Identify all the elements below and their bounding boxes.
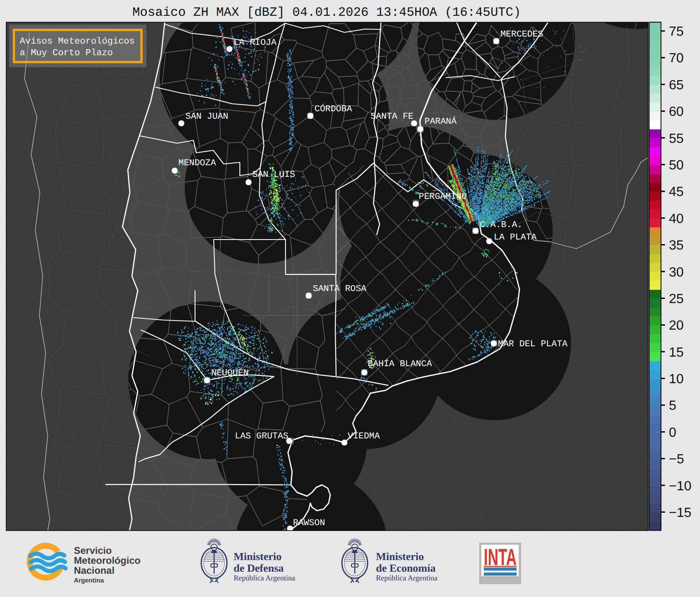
svg-text:MAR DEL PLATA: MAR DEL PLATA	[498, 339, 568, 349]
svg-text:de Economía: de Economía	[376, 562, 436, 574]
svg-text:NEUQUÉN: NEUQUÉN	[211, 368, 249, 378]
svg-text:SAN LUIS: SAN LUIS	[252, 170, 295, 180]
svg-text:55: 55	[669, 131, 684, 146]
svg-text:−5: −5	[669, 451, 684, 466]
svg-text:0: 0	[669, 425, 676, 440]
svg-text:VIEDMA: VIEDMA	[348, 431, 380, 441]
svg-text:20: 20	[669, 318, 684, 333]
svg-text:Servicio: Servicio	[74, 545, 112, 556]
svg-text:República Argentina: República Argentina	[376, 574, 437, 582]
svg-text:25: 25	[669, 291, 684, 306]
svg-text:CÓRDOBA: CÓRDOBA	[315, 104, 352, 114]
svg-text:Avisos Meteorológicos: Avisos Meteorológicos	[20, 36, 135, 46]
svg-text:MERCEDES: MERCEDES	[500, 29, 543, 39]
svg-text:RAWSON: RAWSON	[293, 518, 325, 528]
svg-text:−15: −15	[669, 505, 691, 520]
svg-text:30: 30	[669, 264, 684, 279]
svg-text:MENDOZA: MENDOZA	[178, 158, 216, 168]
svg-text:PARANÁ: PARANÁ	[424, 116, 457, 127]
svg-text:35: 35	[669, 237, 684, 252]
svg-text:LA RIOJA: LA RIOJA	[234, 38, 276, 48]
svg-text:−10: −10	[669, 478, 691, 493]
svg-text:15: 15	[669, 345, 684, 360]
svg-text:PERGAMINO: PERGAMINO	[419, 192, 467, 202]
svg-text:Nacional: Nacional	[74, 565, 115, 576]
svg-text:10: 10	[669, 371, 684, 386]
svg-text:Ministerio: Ministerio	[376, 551, 424, 563]
svg-text:Argentina: Argentina	[74, 577, 104, 584]
svg-text:70: 70	[669, 50, 684, 65]
svg-text:BAHÍA BLANCA: BAHÍA BLANCA	[368, 359, 432, 369]
svg-text:60: 60	[669, 104, 684, 119]
svg-text:LA PLATA: LA PLATA	[494, 232, 537, 242]
svg-text:SANTA FE: SANTA FE	[371, 112, 413, 122]
svg-text:a Muy Corto Plazo: a Muy Corto Plazo	[20, 48, 113, 58]
svg-text:de Defensa: de Defensa	[234, 562, 284, 574]
svg-text:75: 75	[669, 24, 684, 39]
svg-text:65: 65	[669, 77, 684, 92]
svg-text:LAS GRUTAS: LAS GRUTAS	[235, 431, 288, 441]
svg-text:SAN JUAN: SAN JUAN	[185, 112, 228, 122]
svg-text:C.A.B.A.: C.A.B.A.	[480, 220, 522, 230]
svg-text:Mosaico ZH MAX [dBZ] 04.01.202: Mosaico ZH MAX [dBZ] 04.01.2026 13:45HOA…	[132, 6, 521, 20]
svg-text:40: 40	[669, 211, 684, 226]
svg-text:45: 45	[669, 184, 684, 199]
svg-text:Meteorológico: Meteorológico	[74, 555, 141, 566]
svg-text:50: 50	[669, 157, 684, 172]
svg-text:Ministerio: Ministerio	[234, 551, 282, 563]
svg-text:SANTA ROSA: SANTA ROSA	[313, 284, 366, 294]
svg-text:República Argentina: República Argentina	[234, 574, 295, 582]
svg-text:5: 5	[669, 398, 676, 413]
